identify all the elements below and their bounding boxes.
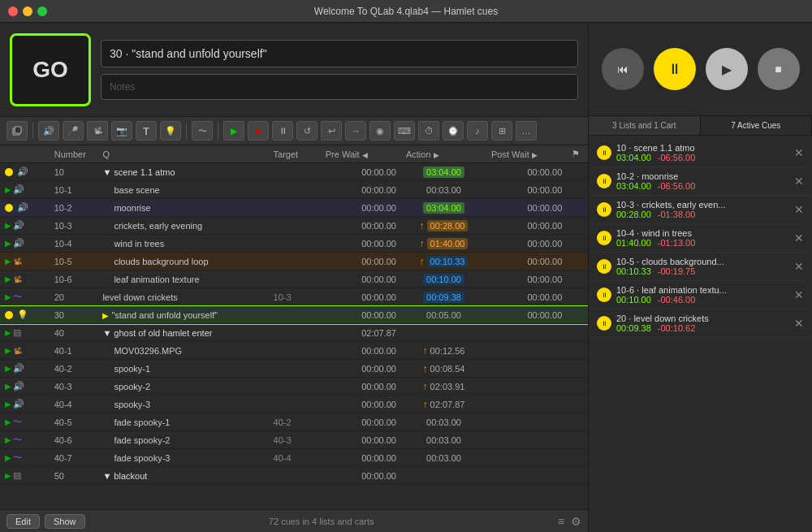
cue-target (269, 467, 321, 485)
fullscreen-button[interactable] (37, 6, 47, 16)
edit-button[interactable]: Edit (6, 514, 40, 529)
toolbar-video[interactable]: 📽 (87, 121, 108, 141)
toolbar-stop-btn[interactable]: ■ (248, 121, 269, 141)
table-row[interactable]: ▶🔊40-3spooky-200:00.00↑ 02:03.91 (0, 378, 588, 396)
toolbar-timer[interactable]: ⏱ (418, 121, 439, 141)
toolbar-audio[interactable]: 🔊 (38, 121, 59, 141)
table-row[interactable]: ▶🔊40-4spooky-300:00.00↑ 02:07.87 (0, 396, 588, 413)
toolbar-goto[interactable]: → (345, 121, 366, 141)
toolbar-light[interactable]: 💡 (160, 121, 181, 141)
cue-number: 10-3 (50, 217, 98, 235)
active-cue-times: 00:10.33 -00:19.75 (616, 266, 789, 276)
svg-rect-1 (15, 127, 21, 133)
cue-notes-field[interactable]: Notes (101, 74, 578, 100)
toolbar-more[interactable]: … (516, 121, 537, 141)
toolbar-arm[interactable]: ◉ (369, 121, 391, 141)
cue-name: fade spooky-1 (97, 413, 268, 431)
col-header-target[interactable]: Target (269, 145, 321, 163)
toolbar-text[interactable]: T (136, 121, 157, 141)
table-row[interactable]: ▶🔊10-3crickets, early evening00:00.00↑ 0… (0, 217, 588, 235)
rewind-button[interactable]: ⏮ (602, 48, 644, 90)
active-cue-pause[interactable]: ⏸ (597, 174, 611, 188)
cue-pre-wait: 00:00.00 (321, 270, 401, 288)
toolbar-copy[interactable] (6, 121, 28, 141)
toolbar-fade[interactable]: 〜 (192, 121, 213, 141)
minimize-button[interactable] (23, 6, 32, 16)
table-row[interactable]: ▶〜40-5fade spooky-140-200:00.0000:03.00 (0, 413, 588, 431)
list-view-icon[interactable]: ≡ (558, 515, 564, 528)
toolbar-network[interactable]: ⊞ (491, 121, 512, 141)
table-row[interactable]: 💡30▶"stand and unfold yourself"00:00.000… (0, 306, 588, 324)
active-cue-times: 00:10.00 -00:46.00 (616, 295, 789, 305)
active-cue-close[interactable]: ✕ (794, 175, 804, 188)
active-cue-item: ⏸ 20 · level down crickets 00:09.38 -00:… (592, 309, 809, 338)
table-row[interactable]: ▶📽10-6leaf animation texture00:00.0000:1… (0, 270, 588, 288)
table-row[interactable]: ▶〜40-7fade spooky-340-400:00.0000:03.00 (0, 449, 588, 467)
col-header-action[interactable]: Action ▶ (401, 145, 486, 163)
cue-target (269, 253, 321, 270)
active-cue-pause[interactable]: ⏸ (597, 316, 611, 331)
toolbar-camera[interactable]: 📷 (111, 121, 132, 141)
cue-number: 40-1 (50, 342, 98, 360)
active-cue-close[interactable]: ✕ (794, 260, 804, 273)
cue-target (269, 342, 321, 360)
cue-action-time: 00:09.38 (401, 288, 486, 306)
table-row[interactable]: ▶📽40-1MOV03296.MPG00:00.00↑ 00:12.56 (0, 342, 588, 360)
cue-table-container[interactable]: Number Q Target Pre Wait ◀ Action ▶ (0, 145, 588, 509)
tab-active-cues[interactable]: 7 Active Cues (701, 116, 813, 135)
toolbar-play-btn[interactable]: ▶ (223, 121, 244, 141)
show-button[interactable]: Show (45, 514, 85, 529)
active-cue-close[interactable]: ✕ (794, 231, 804, 244)
active-cue-pause[interactable]: ⏸ (597, 202, 611, 217)
toolbar-hotkey[interactable]: ⌨ (394, 121, 415, 141)
toolbar-midi[interactable]: ♪ (467, 121, 488, 141)
table-row[interactable]: 🔊10▼ scene 1.1 atmo00:00.0003:04.0000:00… (0, 163, 588, 181)
active-cue-close[interactable]: ✕ (794, 317, 804, 330)
active-cue-pause[interactable]: ⏸ (597, 145, 611, 160)
go-button[interactable]: GO (10, 33, 91, 106)
toolbar-back[interactable]: ↩ (321, 121, 342, 141)
play-button[interactable]: ▶ (706, 48, 748, 90)
active-cue-close[interactable]: ✕ (794, 203, 804, 216)
cue-target (269, 378, 321, 396)
tab-lists[interactable]: 3 Lists and 1 Cart (589, 116, 701, 135)
toolbar-pause-btn[interactable]: ⏸ (272, 121, 293, 141)
active-cue-time-remaining: -01:38.00 (658, 210, 695, 219)
active-cue-close[interactable]: ✕ (794, 288, 804, 301)
table-row[interactable]: 🔊10-2moonrise00:00.0003:04.0000:00.00 (0, 199, 588, 217)
col-header-q[interactable]: Q (97, 145, 268, 163)
play-indicator: ▶ (5, 471, 11, 480)
active-cue-close[interactable]: ✕ (794, 146, 804, 159)
toolbar-osc[interactable]: ⌚ (443, 121, 464, 141)
toolbar-loop[interactable]: ↺ (296, 121, 317, 141)
cue-name: spooky-3 (97, 396, 268, 413)
active-cue-info: 10-2 · moonrise 03:04.00 -06:56.00 (616, 171, 789, 191)
active-cue-pause[interactable]: ⏸ (597, 259, 611, 274)
table-row[interactable]: ▶▤40▼ ghost of old hamlet enter02:07.87 (0, 324, 588, 342)
cue-target (269, 396, 321, 413)
cue-action-time: 00:10.00 (401, 270, 486, 288)
settings-icon[interactable]: ⚙ (571, 515, 581, 528)
active-cue-pause[interactable]: ⏸ (597, 231, 611, 245)
table-row[interactable]: ▶〜20level down crickets10-300:00.0000:09… (0, 288, 588, 306)
table-row[interactable]: ▶〜40-6fade spooky-240-300:00.0000:03.00 (0, 431, 588, 449)
table-row[interactable]: ▶📽10-5clouds background loop00:00.00↑ 00… (0, 253, 588, 270)
col-header-postwait[interactable]: Post Wait ▶ (486, 145, 567, 163)
close-button[interactable] (8, 6, 18, 16)
pause-button[interactable]: ⏸ (654, 48, 696, 90)
table-row[interactable]: ▶🔊10-1base scene00:00.0000:03.0000:00.00 (0, 181, 588, 199)
table-row[interactable]: ▶🔊40-2spooky-100:00.00↑ 00:08.54 (0, 360, 588, 378)
table-row[interactable]: ▶🔊10-4wind in trees00:00.00↑ 01:40.0000:… (0, 235, 588, 253)
col-header-prewait[interactable]: Pre Wait ◀ (321, 145, 401, 163)
toolbar-mic[interactable]: 🎤 (63, 121, 84, 141)
active-cue-time-elapsed: 01:40.00 (616, 238, 651, 248)
cue-action-time: ↑ 01:40.00 (401, 235, 486, 253)
cue-number: 10-6 (50, 270, 98, 288)
cue-post-wait (486, 324, 567, 342)
col-header-number[interactable]: Number (50, 145, 98, 163)
stop-button[interactable]: ■ (758, 48, 800, 90)
active-cue-name: 10-5 · clouds background... (616, 257, 789, 266)
active-cue-time-remaining: -00:19.75 (658, 266, 695, 276)
active-cue-pause[interactable]: ⏸ (597, 288, 611, 302)
table-row[interactable]: ▶▤50▼ blackout00:00.00 (0, 467, 588, 485)
